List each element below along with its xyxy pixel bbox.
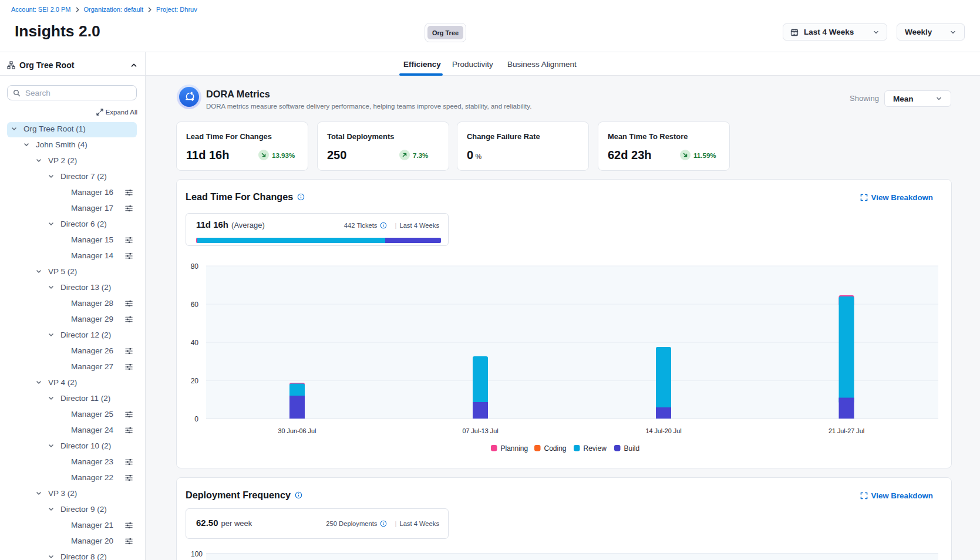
svg-text:14 Jul-20 Jul: 14 Jul-20 Jul [645,427,681,434]
svg-text:07 Jul-13 Jul: 07 Jul-13 Jul [462,427,498,434]
svg-text:0: 0 [194,415,198,423]
svg-text:Planning: Planning [501,444,528,453]
svg-text:Coding: Coding [544,444,567,453]
svg-text:20: 20 [191,377,199,385]
svg-text:60: 60 [191,301,199,309]
svg-text:30 Jun-06 Jul: 30 Jun-06 Jul [278,427,316,434]
svg-text:Review: Review [584,444,607,453]
svg-text:40: 40 [191,339,199,347]
svg-text:Build: Build [624,444,640,453]
svg-text:21 Jul-27 Jul: 21 Jul-27 Jul [829,427,864,434]
svg-text:80: 80 [191,262,199,271]
